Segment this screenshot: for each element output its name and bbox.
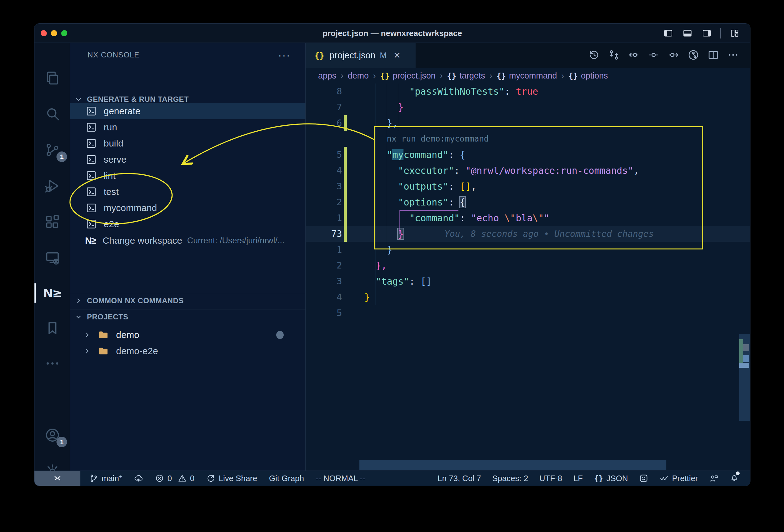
code-line[interactable]: 4 "executor": "@nrwl/workspace:run-comma… (306, 163, 750, 178)
editor-action-graph[interactable] (688, 49, 699, 62)
customize-layout[interactable] (729, 29, 740, 38)
modified-gutter-bar (344, 163, 347, 178)
activity-more[interactable] (34, 349, 70, 377)
editor-action-prev-change[interactable] (628, 49, 640, 62)
editor-action-ellipsis[interactable] (727, 49, 739, 62)
code-text: "executor": "@nrwl/workspace:run-command… (364, 163, 639, 178)
change-workspace-label: Change workspace (103, 235, 182, 246)
nx-icon: N≥ (85, 235, 95, 246)
breadcrumb-item-demo[interactable]: demo (348, 71, 369, 81)
section-projects[interactable]: PROJECTS (70, 309, 305, 324)
status-cursor-position[interactable]: Ln 73, Col 7 (438, 474, 481, 483)
tab-project-json[interactable]: {} project.json M ✕ (306, 43, 416, 68)
code-editor[interactable]: 8 "passWithNoTests": true7 }6 },nx run d… (306, 83, 750, 471)
code-text: } (364, 226, 403, 242)
status-live-share-contacts[interactable] (709, 474, 719, 483)
code-line[interactable]: 4} (306, 289, 750, 305)
target-test[interactable]: test (70, 184, 305, 200)
change-workspace[interactable]: N≥Change workspaceCurrent: /Users/juri/n… (70, 232, 305, 249)
status-feedback[interactable] (639, 474, 648, 483)
target-generate[interactable]: generate (70, 103, 305, 119)
horizontal-scrollbar[interactable] (359, 460, 666, 470)
status-publish-changes[interactable] (134, 474, 143, 483)
activity-extensions[interactable] (34, 208, 70, 236)
status-indentation[interactable]: Spaces: 2 (492, 474, 528, 483)
remote-icon (53, 474, 62, 483)
overview-ruler-mark (743, 355, 749, 362)
status-prettier[interactable]: Prettier (660, 474, 698, 483)
activity-debug[interactable] (34, 172, 70, 200)
editor-action-history[interactable] (588, 49, 600, 62)
activity-nx[interactable]: N≥ (34, 279, 70, 307)
status-vim-mode[interactable]: -- NORMAL -- (316, 474, 365, 483)
remote-indicator[interactable] (34, 471, 80, 486)
code-line[interactable]: 1 } (306, 242, 750, 258)
activity-remote[interactable] (34, 244, 70, 272)
breadcrumb-item-targets[interactable]: {}targets (447, 71, 485, 81)
person-icon (709, 474, 719, 483)
target-serve[interactable]: serve (70, 151, 305, 168)
code-line[interactable]: 7 } (306, 99, 750, 115)
status-language-mode[interactable]: {}JSON (594, 474, 628, 483)
code-text: } (364, 242, 392, 258)
editor-action-split[interactable] (707, 49, 719, 62)
code-line[interactable]: 2 "options": { (306, 194, 750, 210)
code-line[interactable]: 2 }, (306, 258, 750, 274)
breadcrumb-item-mycommand[interactable]: {}mycommand (497, 71, 557, 81)
status-eol[interactable]: LF (573, 474, 583, 483)
code-line[interactable]: 5 (306, 305, 750, 321)
modified-gutter-bar (344, 147, 347, 163)
codelens-row: nx run demo:mycommand (306, 131, 750, 147)
breadcrumb-separator: › (489, 71, 492, 81)
activity-bookmark[interactable] (34, 314, 70, 342)
history-icon (588, 49, 600, 61)
code-line[interactable]: 5 "mycommand": { (306, 147, 750, 163)
status-problems[interactable]: 00 (155, 474, 194, 483)
target-lint[interactable]: lint (70, 168, 305, 184)
editor-action-next-change[interactable] (668, 49, 679, 62)
section-common-nx-commands[interactable]: COMMON NX COMMANDS (70, 293, 305, 308)
status-label: -- NORMAL -- (316, 474, 365, 483)
activity-search[interactable] (34, 100, 70, 128)
project-demo[interactable]: demo (70, 327, 305, 343)
line-number: 6 (306, 115, 342, 131)
codelens-run-command[interactable]: nx run demo:mycommand (387, 131, 489, 147)
breadcrumb-item-options[interactable]: {}options (568, 71, 608, 81)
error-icon (155, 474, 164, 483)
code-line[interactable]: 3 "tags": [] (306, 274, 750, 289)
code-line[interactable]: 3 "outputs": [], (306, 178, 750, 194)
code-line[interactable]: 1 "command": "echo \"bla\"" (306, 210, 750, 226)
remote-icon (45, 250, 60, 266)
status-live-share[interactable]: Live Share (206, 474, 257, 483)
target-e2e[interactable]: e2e (70, 216, 305, 232)
activity-files[interactable] (34, 64, 70, 92)
activity-account[interactable]: 1 (34, 421, 70, 449)
target-build[interactable]: build (70, 135, 305, 151)
prev-change-icon (628, 49, 640, 61)
editor-action-change[interactable] (648, 49, 660, 62)
code-line[interactable]: 6 }, (306, 115, 750, 131)
files-icon (45, 70, 60, 86)
activity-source-control[interactable]: 1 (34, 136, 70, 164)
close-tab-icon[interactable]: ✕ (394, 50, 401, 60)
breadcrumb-item-project.json[interactable]: {}project.json (380, 71, 436, 81)
status-notifications[interactable] (730, 473, 739, 484)
symbol-braces-icon: {} (568, 72, 578, 80)
code-line[interactable]: 8 "passWithNoTests": true (306, 83, 750, 99)
editor-action-compare[interactable] (608, 49, 620, 62)
target-run[interactable]: run (70, 119, 305, 135)
status-git-graph[interactable]: Git Graph (269, 474, 304, 483)
line-number: 3 (306, 274, 342, 289)
toggle-panel-left[interactable] (663, 29, 674, 38)
project-demo-e2e[interactable]: demo-e2e (70, 343, 305, 359)
status-branch-indicator[interactable]: main* (89, 474, 122, 483)
target-mycommand[interactable]: mycommand (70, 200, 305, 216)
status-encoding[interactable]: UTF-8 (539, 474, 562, 483)
code-line[interactable]: 73 }You, 8 seconds ago • Uncommitted cha… (306, 226, 750, 242)
toggle-panel-right[interactable] (701, 29, 712, 38)
more-actions-icon[interactable]: ··· (278, 49, 290, 61)
breadcrumb: apps›demo›{}project.json›{}targets›{}myc… (306, 68, 750, 83)
breadcrumb-item-apps[interactable]: apps (318, 71, 336, 81)
toggle-panel-bottom[interactable] (682, 29, 693, 38)
window-title: project.json — newnxreactwrkspace (34, 24, 750, 43)
